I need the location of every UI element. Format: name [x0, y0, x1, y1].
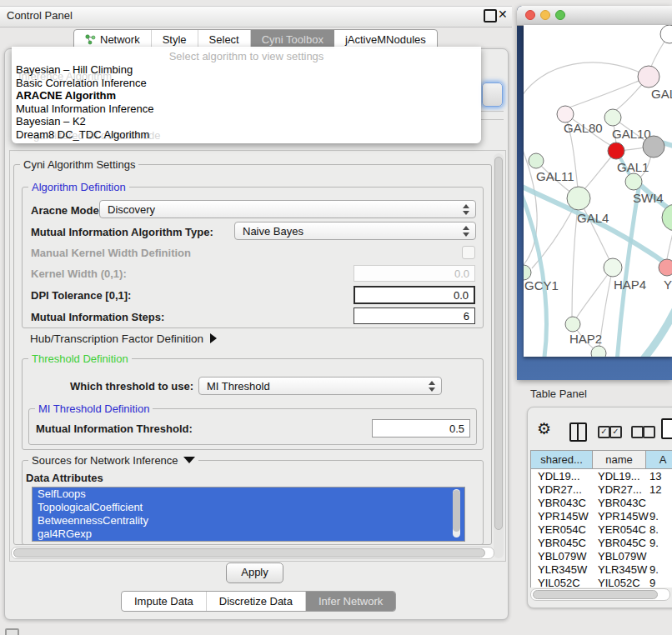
attribute-list-scrollbar[interactable] [453, 489, 460, 538]
table-rows: YDL19...YDL19...13YDR27...YDR27...12YBR0… [531, 470, 672, 588]
table-row[interactable]: YLR345WYLR345W9. [531, 563, 672, 577]
network-edge[interactable] [524, 62, 649, 100]
algorithm-option[interactable]: Bayesian – K2 [16, 115, 477, 128]
table-cell: YPR145W [538, 510, 589, 523]
tab-impute-data[interactable]: Impute Data [122, 592, 207, 611]
network-node-n-bot[interactable] [591, 346, 606, 357]
table-row[interactable]: YBR043CYBR043C [531, 497, 672, 510]
node-label-gal1: GAL1 [617, 160, 649, 174]
node-label-hap4: HAP4 [614, 278, 646, 292]
algorithm-option[interactable]: ARACNE Algorithm [16, 89, 477, 102]
network-window-titlebar[interactable] [517, 6, 672, 26]
which-threshold-combo[interactable]: MI Threshold [198, 377, 442, 395]
network-node-gal11[interactable] [529, 153, 544, 168]
network-node-gray[interactable] [643, 136, 664, 158]
mi-type-combo[interactable]: Naive Bayes [234, 222, 476, 240]
table-row[interactable]: YDL19...YDL19...13 [531, 470, 672, 483]
combo-stepper-icon [429, 381, 435, 392]
table-row[interactable]: YBR045CYBR045C9. [531, 537, 672, 550]
collapsed-arrow-icon [210, 333, 217, 343]
minimize-traffic-light-icon[interactable] [540, 10, 550, 20]
network-node-gal10[interactable] [604, 109, 621, 126]
unchecked-column-icon[interactable] [631, 426, 644, 438]
network-node-hap2[interactable] [565, 317, 580, 332]
table-cell: YBR043C [598, 497, 646, 510]
table-cell: YBR043C [538, 497, 586, 510]
node-label-salmon: Y [664, 278, 672, 292]
algorithm-option[interactable]: Mutual Information Inference [16, 102, 477, 116]
tab-infer-network[interactable]: Infer Network [306, 592, 395, 611]
table-row[interactable]: YBL079WYBL079W [531, 550, 672, 563]
network-node-big[interactable] [662, 204, 672, 231]
node-label-gal11: GAL11 [536, 169, 574, 183]
mi-steps-label: Mutual Information Steps: [31, 311, 164, 323]
network-canvas[interactable]: GALGAL80GAL10GAL1GAL11SWI4GAL4GCY1HAP4YH… [524, 25, 672, 357]
attribute-list-item[interactable]: TopologicalCoefficient [33, 501, 464, 514]
network-node-gal3[interactable] [638, 66, 659, 88]
column-header-shared-name[interactable]: shared... [531, 451, 593, 469]
split-pane-icon[interactable] [569, 422, 587, 442]
gear-icon[interactable]: ⚙ [537, 419, 551, 438]
close-panel-icon[interactable]: ✕ [498, 8, 508, 21]
dpi-tolerance-input[interactable]: 0.0 [354, 286, 475, 304]
sources-group-title[interactable]: Sources for Network Inference [28, 454, 198, 467]
table-row[interactable]: YPR145WYPR145W9. [531, 510, 672, 523]
network-node-n-top[interactable] [660, 25, 672, 43]
table-horizontal-scrollbar[interactable] [530, 588, 670, 601]
threshold-definition-title: Threshold Definition [28, 352, 132, 365]
table-row[interactable]: YER054CYER054C8. [531, 523, 672, 537]
attribute-list-item[interactable]: SelfLoops [33, 488, 464, 501]
algorithm-combo-stub[interactable] [482, 82, 503, 107]
settings-vertical-scrollbar[interactable] [494, 153, 504, 558]
table-panel-title: Table Panel [530, 388, 587, 400]
attribute-list-item[interactable]: gal4RGexp [33, 528, 464, 541]
kernel-width-input[interactable]: 0.0 [354, 265, 475, 282]
table-cell: YER054C [538, 523, 586, 537]
mi-steps-input[interactable]: 6 [354, 308, 475, 324]
network-node-salmon[interactable] [659, 259, 672, 276]
node-label-swi4: SWI4 [633, 191, 664, 205]
manual-kernel-checkbox[interactable] [462, 246, 475, 259]
network-node-gal4[interactable] [567, 187, 590, 210]
algorithm-option[interactable]: Basic Correlation Inference [16, 77, 477, 90]
table-row[interactable]: YDR27...YDR27...12 [531, 483, 672, 497]
unchecked-column-icon[interactable] [643, 426, 655, 438]
network-edge[interactable] [567, 77, 649, 108]
mi-type-label: Mutual Information Algorithm Type: [31, 226, 213, 238]
checked-column-icon[interactable]: ✓ [609, 426, 622, 438]
docked-panel-icon[interactable] [5, 628, 19, 635]
table-cell: YDL19... [538, 470, 580, 483]
algorithm-option[interactable]: Dream8 DC_TDC Algorithm [16, 128, 477, 142]
node-label-gal80: GAL80 [564, 121, 603, 135]
control-panel-title: Control Panel [7, 9, 73, 22]
network-node-hap4[interactable] [604, 258, 622, 277]
close-traffic-light-icon[interactable] [525, 10, 535, 20]
table-cell: YLR345W [598, 563, 647, 577]
table-cell: 8. [649, 523, 659, 537]
file-icon[interactable] [661, 418, 672, 439]
algorithm-option[interactable]: Bayesian – Hill Climbing [16, 63, 477, 77]
hub-section-toggle[interactable]: Hub/Transcription Factor Definition [30, 332, 217, 345]
mi-threshold-input[interactable]: 0.5 [372, 419, 470, 438]
float-panel-icon[interactable] [484, 9, 497, 22]
table-row[interactable]: YIL052CYIL052C9 [531, 577, 672, 588]
data-attributes-label: Data Attributes [26, 472, 103, 484]
column-header-name[interactable]: name [593, 451, 646, 469]
aracne-mode-combo[interactable]: Discovery [99, 200, 476, 218]
table-cell: YDR27... [538, 483, 582, 497]
column-header-partial[interactable]: A [646, 451, 672, 469]
settings-horizontal-scrollbar[interactable] [11, 547, 494, 559]
network-node-gal1[interactable] [608, 142, 624, 159]
zoom-traffic-light-icon[interactable] [555, 10, 565, 20]
node-table: shared... name A YDL19...YDL19...13YDR27… [530, 450, 672, 588]
network-view-window[interactable]: GALGAL80GAL10GAL1GAL11SWI4GAL4GCY1HAP4YH… [517, 6, 672, 380]
checked-column-icon[interactable]: ✓ [598, 426, 610, 438]
network-node-gal80[interactable] [557, 106, 574, 122]
table-cell: YBR045C [598, 537, 646, 550]
apply-button[interactable]: Apply [226, 562, 283, 583]
aracne-mode-label: Aracne Mode: [31, 204, 103, 217]
tab-discretize-data[interactable]: Discretize Data [207, 592, 306, 611]
attribute-list-item[interactable]: BetweennessCentrality [33, 514, 464, 528]
cyni-algorithm-settings-title: Cyni Algorithm Settings [20, 158, 138, 171]
network-node-swi4[interactable] [625, 173, 642, 190]
